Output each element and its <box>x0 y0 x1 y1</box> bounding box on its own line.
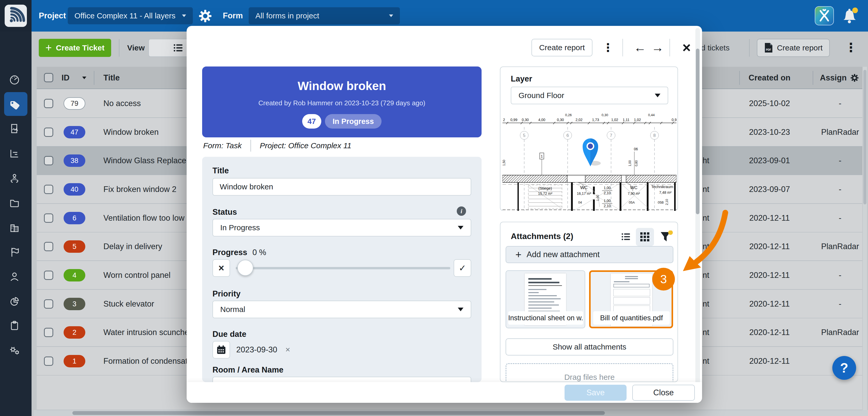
column-settings-gear-icon[interactable] <box>850 73 859 82</box>
attachments-filter-icon[interactable] <box>660 231 673 243</box>
table-kebab-menu[interactable]: ⋮ <box>845 39 856 56</box>
plus-icon: + <box>516 249 521 261</box>
plan-dim: 4,00 <box>538 118 545 122</box>
table-vscrollbar-thumb[interactable] <box>863 70 866 204</box>
hscrollbar-track[interactable] <box>34 410 868 416</box>
modal-vscrollbar-thumb[interactable] <box>696 49 700 214</box>
contacts-person-icon[interactable] <box>8 271 21 283</box>
dashboard-gauge-icon[interactable] <box>8 74 21 86</box>
table-create-report-button[interactable]: PDF Create report <box>757 39 830 57</box>
row-checkbox[interactable] <box>44 299 53 309</box>
attachment-item-2-highlighted[interactable]: Bill of quantities.pdf 3 <box>589 270 673 328</box>
status-info-icon[interactable]: i <box>457 206 466 216</box>
modal-create-report-button[interactable]: Create report <box>531 39 592 56</box>
ticket-title: Formation of condensate i <box>103 347 196 376</box>
col-header-created-on[interactable]: Created on <box>740 67 799 89</box>
form-select[interactable]: All forms in project <box>249 7 400 24</box>
plan-dim: 0,30 <box>522 118 529 122</box>
progress-slider-handle[interactable] <box>237 260 253 276</box>
projects-buildings-icon[interactable] <box>8 221 21 233</box>
stats-chart-icon[interactable] <box>8 147 21 159</box>
col-header-assign[interactable]: Assign <box>820 67 859 89</box>
calendar-icon <box>216 345 226 355</box>
row-checkbox[interactable] <box>44 213 53 223</box>
table-vscrollbar-track[interactable] <box>863 67 867 410</box>
drop-zone[interactable]: Drag files here <box>505 363 673 382</box>
row-checkbox[interactable] <box>44 356 53 366</box>
view-label: View <box>127 39 145 57</box>
project-settings-gear-icon[interactable] <box>198 9 212 23</box>
next-ticket-arrow[interactable]: → <box>650 39 665 56</box>
show-all-attachments-button[interactable]: Show all attachments <box>505 338 673 355</box>
attachments-card: Attachments (2) + A <box>500 222 678 382</box>
title-input[interactable] <box>213 178 471 196</box>
chevron-down-icon <box>458 307 463 311</box>
modal-vscrollbar-track[interactable] <box>695 28 700 401</box>
close-button[interactable]: Close <box>632 385 695 401</box>
created-on-cell: 2023-09-01 <box>740 146 799 175</box>
project-select[interactable]: Office Complex 11 - All layers <box>68 7 193 24</box>
planradar-logo[interactable] <box>0 0 32 32</box>
close-label: Close <box>653 388 674 397</box>
due-date-clear-icon[interactable]: × <box>285 341 290 359</box>
attachments-grid-view-toggle[interactable] <box>636 228 654 246</box>
form-sign-icon[interactable] <box>8 123 21 135</box>
assign-cell: PlanRadar <box>817 232 863 261</box>
documents-folder-icon[interactable] <box>8 197 21 209</box>
prev-ticket-arrow[interactable]: ← <box>633 39 647 56</box>
modal-close-icon[interactable]: × <box>679 39 694 56</box>
planradar-logo-icon <box>5 5 27 27</box>
due-date-field-label: Due date <box>213 330 246 339</box>
flag-icon[interactable] <box>8 246 21 258</box>
row-checkbox[interactable] <box>44 328 53 337</box>
row-checkbox[interactable] <box>44 271 53 280</box>
row-checkbox[interactable] <box>44 127 53 137</box>
form-select-value: All forms in project <box>255 11 319 20</box>
statistics-pie-icon[interactable] <box>8 295 21 307</box>
progress-slider-track[interactable] <box>236 267 450 269</box>
col-header-id[interactable]: ID <box>62 67 69 89</box>
progress-field-label: Progress <box>213 248 247 257</box>
progress-confirm-button[interactable]: ✓ <box>454 259 471 277</box>
hscrollbar-thumb[interactable] <box>72 411 605 415</box>
attachments-list-view-icon[interactable] <box>621 233 631 241</box>
floor-plan[interactable]: 2 0,99 0,30 4,00 0,30 2,02 1,73 1,02 1,1… <box>502 112 677 211</box>
modal-kebab-menu[interactable]: ⋮ <box>602 39 614 56</box>
priority-select[interactable]: Normal <box>213 301 471 318</box>
clipped-column-fragment: nt <box>703 347 709 376</box>
location-person-icon[interactable] <box>8 172 21 184</box>
attachments-grid-view-icon <box>640 232 650 242</box>
sidebar-nav: > <box>0 32 32 416</box>
created-on-cell: 2023-10-23 <box>740 118 799 146</box>
col-divider <box>94 71 94 85</box>
row-checkbox[interactable] <box>44 242 53 251</box>
status-select[interactable]: In Progress <box>213 219 471 236</box>
create-ticket-button[interactable]: + Create Ticket <box>39 39 111 57</box>
help-button[interactable]: ? <box>832 356 856 380</box>
calendar-button[interactable] <box>213 341 230 359</box>
col-header-title[interactable]: Title <box>103 67 120 89</box>
notification-bell-icon[interactable] <box>842 7 858 25</box>
settings-gears-icon[interactable] <box>8 344 21 356</box>
progress-clear-button[interactable]: × <box>213 259 230 277</box>
layer-select[interactable]: Ground Floor <box>511 87 668 104</box>
select-all-checkbox[interactable] <box>44 73 53 82</box>
room-input[interactable] <box>213 377 471 382</box>
sort-caret-icon[interactable] <box>82 77 86 79</box>
app-switcher-icon[interactable] <box>815 6 834 25</box>
save-label: Save <box>587 388 605 397</box>
row-checkbox[interactable] <box>44 156 53 165</box>
attachment-item-1[interactable]: Instructional sheet on w... <box>505 270 585 328</box>
assign-cell: PlanRadar <box>817 118 863 146</box>
ticket-title: Ventilation flow too low <box>103 204 185 232</box>
ticket-id-badge: 79 <box>64 97 85 110</box>
tasks-clipboard-icon[interactable] <box>8 320 21 331</box>
tickets-tag-icon[interactable] <box>8 98 21 110</box>
plan-code: 05A <box>629 201 634 204</box>
ticket-id-badge: 5 <box>64 240 85 253</box>
save-button[interactable]: Save <box>564 385 627 401</box>
add-attachment-button[interactable]: + Add new attachment <box>505 246 673 263</box>
row-checkbox[interactable] <box>44 185 53 194</box>
row-checkbox[interactable] <box>44 99 53 108</box>
plan-dim: 0,99 <box>510 118 517 122</box>
